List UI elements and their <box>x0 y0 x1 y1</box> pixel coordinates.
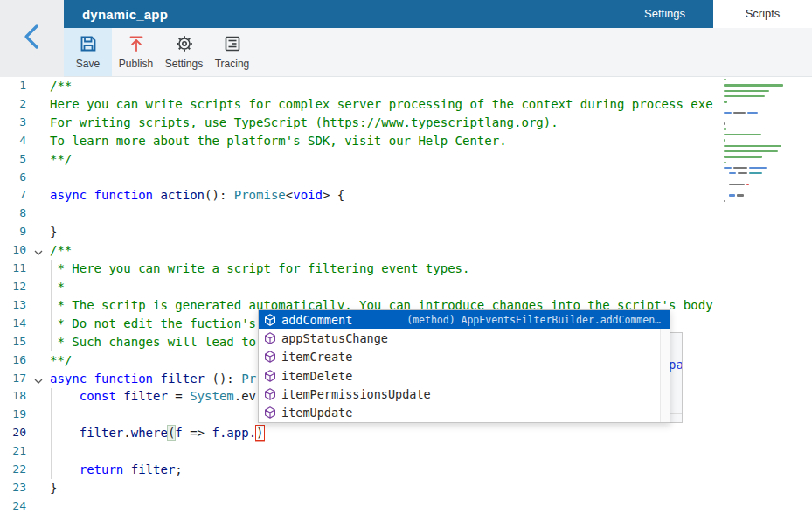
minimap-line <box>724 101 727 102</box>
minimap-line <box>724 184 749 185</box>
code-line[interactable]: 11 * Here you can write a script for fil… <box>0 260 718 278</box>
line-number: 2 <box>0 95 26 114</box>
code-line[interactable]: 8 <box>0 205 718 223</box>
minimap-line <box>724 200 725 202</box>
code-line[interactable]: 24 <box>0 497 718 514</box>
code-line[interactable]: 1/** <box>0 77 718 95</box>
method-cube-icon <box>263 406 277 420</box>
code-line[interactable]: 6 <box>0 169 718 187</box>
code-text: For writing scripts, use TypeScript (htt… <box>50 114 559 132</box>
minimap-line <box>724 156 762 157</box>
tab-scripts[interactable]: Scripts <box>713 0 812 28</box>
code-text: /** <box>50 77 72 95</box>
code-text: const filter = System.ev <box>50 387 256 406</box>
code-text: **/ <box>50 150 72 169</box>
line-number: 7 <box>0 186 26 205</box>
code-line[interactable]: 23} <box>0 479 718 497</box>
suggest-item[interactable]: addComment(method) AppEventsFilterBuilde… <box>259 310 670 329</box>
title-bar: dynamic_app Settings <box>64 0 713 28</box>
docs-peek-text: pa <box>669 358 683 372</box>
suggest-label: appStatusChange <box>281 331 388 345</box>
line-number: 20 <box>0 424 26 442</box>
save-icon <box>79 34 98 56</box>
line-number: 18 <box>0 387 26 406</box>
code-line[interactable]: 9} <box>0 223 718 241</box>
method-cube-icon <box>263 331 277 345</box>
code-text: return filter; <box>50 461 183 479</box>
code-line[interactable]: 22 return filter; <box>0 461 718 479</box>
code-text: async function filter (): Pr <box>50 370 256 388</box>
settings-button[interactable]: Settings <box>160 28 208 76</box>
settings-label: Settings <box>165 58 203 70</box>
code-line[interactable]: 5**/ <box>0 150 718 169</box>
back-chevron-icon <box>19 21 45 56</box>
code-text: * Such changes will lead to <box>50 333 256 351</box>
minimap[interactable] <box>718 77 812 514</box>
line-number: 16 <box>0 351 26 370</box>
minimap-line <box>724 139 725 141</box>
code-lines: 1/**2Here you can write scripts for comp… <box>0 77 718 514</box>
minimap-line <box>724 145 781 147</box>
minimap-line <box>724 167 767 169</box>
tracing-button[interactable]: Tracing <box>208 28 256 76</box>
minimap-line <box>724 112 758 114</box>
suggest-label: itemDelete <box>281 369 352 383</box>
tab-settings[interactable]: Settings <box>616 0 713 28</box>
minimap-line <box>724 134 761 135</box>
line-number: 1 <box>0 77 26 95</box>
method-cube-icon <box>263 369 277 383</box>
code-line[interactable]: 4To learn more about the platform's SDK,… <box>0 132 718 150</box>
code-line[interactable]: 7async function action(): Promise<void> … <box>0 186 718 205</box>
code-text: filter.where(f => f.app.) <box>50 424 264 442</box>
code-text: **/ <box>50 351 72 370</box>
publish-label: Publish <box>119 58 153 70</box>
minimap-rows <box>718 77 812 514</box>
suggest-item[interactable]: itemDelete <box>259 366 670 385</box>
suggest-scrollbar[interactable] <box>660 329 670 421</box>
minimap-line <box>724 172 762 174</box>
line-number: 23 <box>0 479 26 497</box>
suggest-label: addComment <box>281 313 352 327</box>
suggest-item[interactable]: itemUpdate <box>259 403 670 421</box>
suggest-item[interactable]: appStatusChange <box>259 329 670 347</box>
line-number: 6 <box>0 169 26 187</box>
suggest-widget: addComment(method) AppEventsFilterBuilde… <box>258 309 670 423</box>
line-number: 13 <box>0 296 26 315</box>
page-title: dynamic_app <box>82 7 168 22</box>
suggest-label: itemCreate <box>281 350 352 364</box>
code-line[interactable]: 21 <box>0 442 718 461</box>
save-button[interactable]: Save <box>64 28 112 76</box>
line-number: 5 <box>0 150 26 169</box>
tracing-label: Tracing <box>215 58 250 70</box>
publish-icon <box>127 34 146 56</box>
code-text: To learn more about the platform's SDK, … <box>50 132 507 150</box>
code-line[interactable]: 2Here you can write scripts for complex … <box>0 95 718 114</box>
publish-button[interactable]: Publish <box>112 28 160 76</box>
back-button[interactable] <box>0 0 64 77</box>
code-line[interactable]: 20 filter.where(f => f.app.) <box>0 424 718 442</box>
minimap-line <box>724 122 725 124</box>
method-cube-icon <box>263 387 277 401</box>
suggest-list: addComment(method) AppEventsFilterBuilde… <box>259 310 670 422</box>
line-number: 22 <box>0 461 26 479</box>
line-number: 8 <box>0 205 26 223</box>
code-text: * <box>50 278 65 296</box>
line-number: 4 <box>0 132 26 150</box>
code-text: * Here you can write a script for filter… <box>50 260 469 278</box>
suggest-item[interactable]: itemCreate <box>259 348 670 366</box>
code-editor[interactable]: 1/**2Here you can write scripts for comp… <box>0 77 812 514</box>
code-line[interactable]: 12 * <box>0 278 718 296</box>
suggest-label: itemUpdate <box>281 406 352 420</box>
line-number: 12 <box>0 278 26 296</box>
code-line[interactable]: 10/** <box>0 241 718 260</box>
code-text: Here you can write scripts for complex s… <box>50 95 713 114</box>
minimap-line <box>724 128 726 130</box>
suggest-item[interactable]: itemPermissionsUpdate <box>259 385 670 403</box>
suggest-label: itemPermissionsUpdate <box>281 387 431 401</box>
code-line[interactable]: 3For writing scripts, use TypeScript (ht… <box>0 114 718 132</box>
line-number: 14 <box>0 315 26 333</box>
code-text: /** <box>50 241 72 260</box>
line-number: 24 <box>0 497 26 514</box>
minimap-line <box>724 79 726 80</box>
gear-icon <box>175 34 194 56</box>
